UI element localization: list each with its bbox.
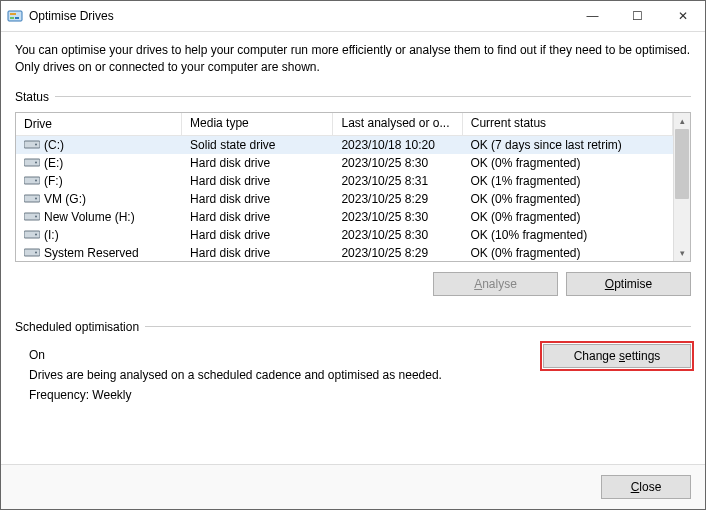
close-button[interactable]: Close — [601, 475, 691, 499]
drive-media: Hard disk drive — [182, 174, 333, 188]
change-settings-button[interactable]: Change settings — [543, 344, 691, 368]
drive-status: OK (0% fragmented) — [462, 156, 673, 170]
divider — [55, 96, 691, 97]
table-body: (C:)Solid state drive2023/10/18 10:20OK … — [16, 136, 673, 261]
scheduled-section-header: Scheduled optimisation — [15, 320, 691, 334]
optimise-button[interactable]: Optimise — [566, 272, 691, 296]
scheduled-label: Scheduled optimisation — [15, 320, 139, 334]
drive-last: 2023/10/25 8:31 — [333, 174, 462, 188]
table-row[interactable]: System ReservedHard disk drive2023/10/25… — [16, 244, 673, 261]
drive-icon — [24, 193, 40, 204]
window-title: Optimise Drives — [29, 9, 570, 23]
scrollbar[interactable]: ▴ ▾ — [673, 113, 690, 261]
scroll-thumb[interactable] — [675, 129, 689, 199]
svg-rect-16 — [24, 249, 40, 256]
drive-last: 2023/10/25 8:29 — [333, 246, 462, 260]
analyse-button[interactable]: Analyse — [433, 272, 558, 296]
table-header-row: Drive Media type Last analysed or o... C… — [16, 113, 673, 136]
titlebar: Optimise Drives — ☐ ✕ — [1, 1, 705, 32]
drive-status: OK (0% fragmented) — [462, 246, 673, 260]
svg-rect-1 — [10, 17, 14, 19]
svg-point-9 — [35, 180, 37, 182]
svg-rect-0 — [8, 11, 22, 21]
table-row[interactable]: VM (G:)Hard disk drive2023/10/25 8:29OK … — [16, 190, 673, 208]
status-label: Status — [15, 90, 49, 104]
drive-icon — [24, 211, 40, 222]
drive-icon — [24, 175, 40, 186]
svg-rect-6 — [24, 159, 40, 166]
drive-last: 2023/10/25 8:30 — [333, 156, 462, 170]
drive-status: OK (1% fragmented) — [462, 174, 673, 188]
drive-icon — [24, 139, 40, 150]
optimise-drives-window: Optimise Drives — ☐ ✕ You can optimise y… — [0, 0, 706, 510]
divider — [145, 326, 691, 327]
drive-last: 2023/10/18 10:20 — [333, 138, 462, 152]
svg-point-5 — [35, 144, 37, 146]
table-row[interactable]: (E:)Hard disk drive2023/10/25 8:30OK (0%… — [16, 154, 673, 172]
drive-status: OK (10% fragmented) — [462, 228, 673, 242]
table-row[interactable]: (F:)Hard disk drive2023/10/25 8:31OK (1%… — [16, 172, 673, 190]
drive-media: Hard disk drive — [182, 210, 333, 224]
drive-last: 2023/10/25 8:30 — [333, 210, 462, 224]
col-last[interactable]: Last analysed or o... — [333, 113, 462, 135]
drive-name: (E:) — [44, 156, 63, 170]
drive-name: (C:) — [44, 138, 64, 152]
minimize-button[interactable]: — — [570, 1, 615, 31]
svg-rect-14 — [24, 231, 40, 238]
svg-rect-4 — [24, 141, 40, 148]
footer: Close — [1, 464, 705, 509]
drive-status: OK (7 days since last retrim) — [462, 138, 673, 152]
drive-icon — [24, 247, 40, 258]
svg-point-15 — [35, 234, 37, 236]
action-button-row: Analyse Optimise — [15, 272, 691, 296]
scroll-down-icon[interactable]: ▾ — [674, 245, 690, 261]
svg-point-11 — [35, 198, 37, 200]
drive-name: System Reserved — [44, 246, 139, 260]
app-icon — [7, 8, 23, 24]
svg-rect-12 — [24, 213, 40, 220]
scheduled-desc: Drives are being analysed on a scheduled… — [29, 368, 691, 382]
svg-point-13 — [35, 216, 37, 218]
col-status[interactable]: Current status — [463, 113, 673, 135]
drive-media: Solid state drive — [182, 138, 333, 152]
drive-name: (F:) — [44, 174, 63, 188]
drive-name: (I:) — [44, 228, 59, 242]
svg-rect-3 — [10, 13, 16, 15]
drive-media: Hard disk drive — [182, 156, 333, 170]
intro-text: You can optimise your drives to help you… — [15, 42, 691, 76]
drive-media: Hard disk drive — [182, 246, 333, 260]
table-row[interactable]: (I:)Hard disk drive2023/10/25 8:30OK (10… — [16, 226, 673, 244]
scroll-up-icon[interactable]: ▴ — [674, 113, 690, 129]
drive-icon — [24, 229, 40, 240]
drive-last: 2023/10/25 8:29 — [333, 192, 462, 206]
content-area: You can optimise your drives to help you… — [1, 32, 705, 464]
close-window-button[interactable]: ✕ — [660, 1, 705, 31]
drive-name: VM (G:) — [44, 192, 86, 206]
status-section-header: Status — [15, 90, 691, 104]
scheduled-section: Scheduled optimisation On Drives are bei… — [15, 320, 691, 402]
drive-last: 2023/10/25 8:30 — [333, 228, 462, 242]
svg-rect-2 — [15, 17, 19, 19]
svg-rect-10 — [24, 195, 40, 202]
maximize-button[interactable]: ☐ — [615, 1, 660, 31]
table-row[interactable]: New Volume (H:)Hard disk drive2023/10/25… — [16, 208, 673, 226]
svg-rect-8 — [24, 177, 40, 184]
drive-icon — [24, 157, 40, 168]
drive-name: New Volume (H:) — [44, 210, 135, 224]
scheduled-body: On Drives are being analysed on a schedu… — [15, 342, 691, 402]
svg-point-7 — [35, 162, 37, 164]
col-drive[interactable]: Drive — [16, 113, 182, 135]
drive-media: Hard disk drive — [182, 192, 333, 206]
scheduled-frequency: Frequency: Weekly — [29, 388, 691, 402]
drives-table: Drive Media type Last analysed or o... C… — [15, 112, 691, 262]
drive-status: OK (0% fragmented) — [462, 192, 673, 206]
drive-media: Hard disk drive — [182, 228, 333, 242]
drive-status: OK (0% fragmented) — [462, 210, 673, 224]
col-media[interactable]: Media type — [182, 113, 333, 135]
svg-point-17 — [35, 252, 37, 254]
table-row[interactable]: (C:)Solid state drive2023/10/18 10:20OK … — [16, 136, 673, 154]
